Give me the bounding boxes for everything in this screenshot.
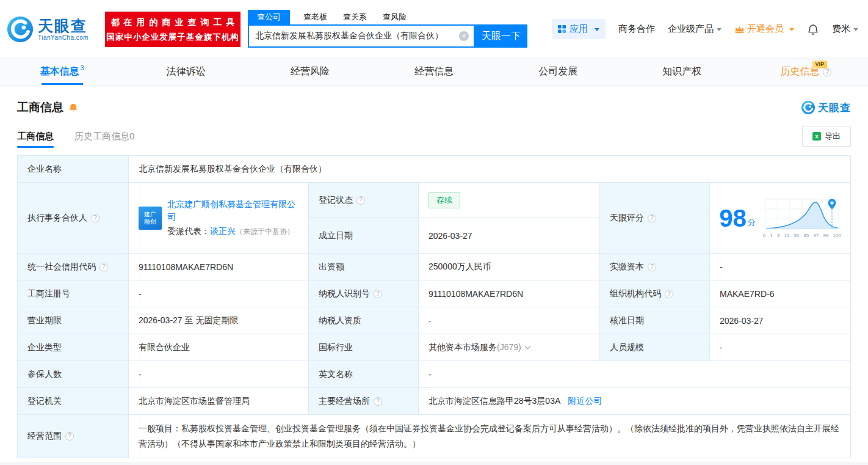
help-icon[interactable] [99, 263, 108, 271]
taxpayer-quality-value: - [419, 307, 600, 334]
rep-name-link[interactable]: 谈正兴 [210, 226, 236, 236]
subtab-business-info[interactable]: 工商信息 [17, 131, 54, 142]
nearby-companies-link[interactable]: 附近公司 [568, 396, 602, 406]
field-label: 企业名称 [18, 156, 129, 183]
fermi-label: 费米 [832, 23, 850, 35]
top-header: 天眼查 TianYanCha.com 都在用的商业查询工具 国家中小企业发展子基… [0, 0, 868, 59]
table-row: 工商注册号 - 纳税人识别号 91110108MAKAE7RD6N 组织机构代码… [18, 280, 851, 307]
field-label: 英文名称 [309, 361, 419, 388]
menu-business-cooperation[interactable]: 商务合作 [618, 23, 655, 35]
approved-date-value: 2026-03-27 [710, 307, 851, 334]
company-name-value: 北京信新发展私募股权基金合伙企业（有限合伙） [129, 156, 851, 183]
field-label: 天眼评分 [600, 183, 710, 254]
label-text: 登记机关 [27, 396, 62, 406]
detail-nav-tabs: 基本信息3 法律诉讼 经营风险 经营信息 公司发展 知识产权 VIP 历史信息 [0, 59, 868, 86]
business-site-value: 北京市海淀区信息路甲28号3层03A [429, 396, 560, 406]
label-text: 天眼评分 [610, 213, 644, 222]
promo-line1: 都在用的商业查询工具 [105, 14, 241, 30]
label-text: 人员规模 [610, 342, 644, 352]
menu-enterprise-products[interactable]: 企业级产品 [668, 23, 722, 35]
field-label: 国标行业 [309, 334, 419, 361]
tab-operational-risk[interactable]: 经营风险 [248, 59, 372, 85]
search-tab-company[interactable]: 查公司 [248, 10, 290, 24]
label-text: 核准日期 [610, 315, 644, 325]
table-row: 统一社会信用代码 91110108MAKAE7RD6N 出资额 250000万人… [18, 254, 851, 280]
help-icon[interactable] [665, 290, 673, 298]
open-vip-label: 开通会员 [747, 23, 784, 35]
rep-source: （来源于中基协） [236, 227, 294, 236]
label-text: 工商注册号 [27, 288, 70, 298]
tab-intellectual-property[interactable]: 知识产权 [620, 59, 744, 85]
reg-authority-value: 北京市海淀区市场监督管理局 [129, 388, 309, 415]
field-label: 参保人数 [18, 361, 129, 388]
table-row: 登记机关 北京市海淀区市场监督管理局 主要经营场所 北京市海淀区信息路甲28号3… [18, 388, 851, 415]
tab-label: 知识产权 [662, 65, 701, 78]
chevron-down-icon [717, 28, 722, 31]
label-text: 登记状态 [319, 195, 353, 205]
help-icon[interactable] [374, 290, 382, 298]
apps-menu[interactable]: 应用 [552, 19, 606, 39]
help-icon[interactable] [91, 214, 99, 222]
reg-status-cell: 存续 [419, 183, 600, 218]
menu-fermi[interactable]: 费米 [832, 23, 858, 35]
tab-count: 3 [81, 64, 84, 71]
help-icon[interactable] [823, 68, 831, 76]
tab-label: 法律诉讼 [167, 65, 206, 78]
notification-bell-icon[interactable] [807, 23, 819, 35]
main-content: 工商信息 天眼查 工商信息 历史工商信息0 导出 企业名称 北京信新发展私募股权… [0, 95, 868, 458]
search-tab-boss[interactable]: 查老板 [303, 12, 327, 24]
score-axis-ticks: 0131550859799100 [763, 233, 841, 238]
org-code-value: MAKAE7RD-6 [710, 280, 851, 307]
business-info-table: 企业名称 北京信新发展私募股权基金合伙企业（有限合伙） 执行事务合伙人 建广 顺… [17, 155, 851, 458]
partner-logo[interactable]: 建广 顺创 [139, 207, 162, 230]
chevron-down-icon[interactable] [524, 343, 530, 349]
tab-history-info[interactable]: VIP 历史信息 [744, 59, 868, 85]
watermark-brand-text: 天眼查 [818, 101, 851, 115]
tianyancha-logo[interactable]: 天眼查 TianYanCha.com [6, 15, 103, 43]
chevron-down-icon [595, 28, 599, 31]
help-icon[interactable] [356, 196, 365, 205]
partner-company-link[interactable]: 北京建广顺创私募基金管理有限公司 [167, 198, 298, 224]
field-label: 经营范围 [18, 415, 129, 458]
tab-basic-info[interactable]: 基本信息3 [0, 59, 124, 85]
help-icon[interactable] [648, 263, 656, 271]
label-text: 国标行业 [319, 342, 353, 352]
capital-value: 250000万人民币 [419, 254, 600, 280]
table-row: 参保人数 - 英文名称 - [18, 361, 851, 388]
menu-open-vip[interactable]: 开通会员 [734, 23, 794, 35]
taxpayer-no-value: 91110108MAKAE7RD6N [419, 280, 600, 307]
field-label: 成立日期 [309, 218, 419, 254]
monitor-bell-icon[interactable] [68, 103, 78, 112]
search-button[interactable]: 天眼一下 [475, 24, 527, 48]
tianyan-score-cell[interactable]: 98 分 [710, 183, 851, 254]
help-icon[interactable] [374, 397, 382, 406]
search-tabs: 查公司 查老板 查关系 查风险 [248, 10, 527, 24]
search-input[interactable] [255, 31, 459, 41]
clear-search-icon[interactable] [459, 31, 469, 41]
tab-legal-proceedings[interactable]: 法律诉讼 [124, 59, 248, 85]
table-row: 企业名称 北京信新发展私募股权基金合伙企业（有限合伙） [18, 156, 851, 183]
tab-company-development[interactable]: 公司发展 [496, 59, 620, 85]
score-unit: 分 [748, 217, 756, 230]
establish-date-value: 2026-03-27 [419, 218, 600, 254]
field-label: 组织机构代码 [600, 280, 710, 307]
search-tab-risk[interactable]: 查风险 [383, 12, 407, 24]
business-scope-value: 一般项目：私募股权投资基金管理、创业投资基金管理服务（须在中国证券投资基金业协会… [129, 415, 851, 458]
status-badge: 存续 [429, 192, 460, 208]
help-icon[interactable] [65, 432, 74, 441]
export-button[interactable]: 导出 [802, 126, 851, 147]
field-label: 企业类型 [18, 334, 129, 361]
excel-icon [812, 132, 821, 141]
help-icon[interactable] [648, 214, 656, 222]
subtab-history-business-info[interactable]: 历史工商信息0 [74, 131, 134, 142]
enterprise-products-label: 企业级产品 [668, 23, 714, 35]
english-name-value: - [419, 361, 851, 388]
field-label: 实缴资本 [600, 254, 710, 280]
promo-line2: 国家中小企业发展子基金旗下机构 [105, 30, 241, 45]
partner-logo-text: 建广 [144, 211, 156, 218]
label-text: 参保人数 [27, 369, 62, 379]
tab-business-operations[interactable]: 经营信息 [372, 59, 496, 85]
brand-domain: TianYanCha.com [38, 34, 89, 41]
grid-icon [558, 25, 566, 33]
search-tab-relation[interactable]: 查关系 [343, 12, 367, 24]
